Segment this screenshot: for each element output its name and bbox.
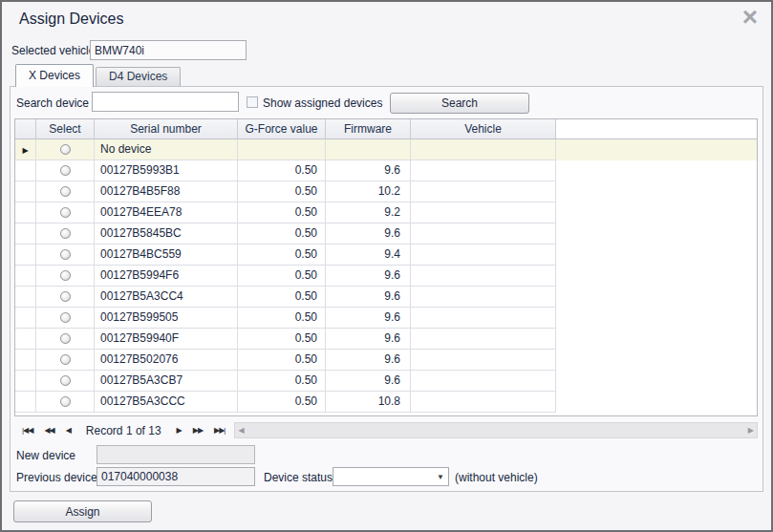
show-assigned-label[interactable]: Show assigned devices <box>263 96 382 110</box>
previous-device-field <box>97 467 255 486</box>
header-indicator <box>15 119 36 138</box>
search-button[interactable]: Search <box>390 93 529 114</box>
radio-button[interactable] <box>60 144 71 155</box>
table-row[interactable]: 00127B5A3CB70.509.6 <box>15 371 757 392</box>
table-row[interactable]: 00127B5993B10.509.6 <box>15 160 757 181</box>
select-cell[interactable] <box>36 139 95 160</box>
select-cell[interactable] <box>36 371 95 392</box>
select-cell[interactable] <box>36 266 95 287</box>
filler-cell <box>556 371 757 392</box>
search-input[interactable] <box>92 92 239 112</box>
firmware-cell: 10.2 <box>326 181 411 202</box>
prev-page-button[interactable]: ◀◀ <box>38 426 59 435</box>
radio-button[interactable] <box>60 354 71 365</box>
radio-button[interactable] <box>60 186 71 197</box>
firmware-cell: 9.6 <box>326 329 411 350</box>
table-row[interactable]: 00127B5995050.509.6 <box>15 308 757 329</box>
radio-button[interactable] <box>60 165 71 176</box>
row-indicator <box>15 223 36 245</box>
horizontal-scrollbar[interactable]: ◀ ▶ <box>234 422 758 438</box>
table-row[interactable]: 00127B5020760.509.6 <box>15 350 757 371</box>
device-status-dropdown[interactable]: ▼ <box>333 467 449 486</box>
table-row[interactable]: 00127B5A3CC40.509.6 <box>15 287 757 308</box>
select-cell[interactable] <box>36 223 95 245</box>
tab-x-devices[interactable]: X Devices <box>15 64 94 87</box>
gforce-cell: 0.50 <box>238 266 326 287</box>
table-row[interactable]: 00127B4EEA780.509.2 <box>15 202 757 223</box>
chevron-down-icon[interactable]: ▼ <box>433 473 448 481</box>
header-serial-number[interactable]: Serial number <box>95 119 238 138</box>
first-record-button[interactable]: |◀◀ <box>14 426 38 435</box>
radio-button[interactable] <box>60 207 71 218</box>
select-cell[interactable] <box>36 160 95 181</box>
vehicle-cell <box>411 245 556 266</box>
selected-vehicle-field[interactable] <box>90 40 247 60</box>
vehicle-cell <box>411 181 556 202</box>
serial-number-cell: 00127B599505 <box>95 308 238 329</box>
radio-button[interactable] <box>60 333 71 344</box>
radio-button[interactable] <box>60 249 71 260</box>
firmware-cell: 9.6 <box>326 223 411 245</box>
vehicle-cell <box>411 308 556 329</box>
firmware-cell: 9.6 <box>326 266 411 287</box>
vehicle-cell <box>411 392 556 413</box>
row-indicator <box>15 245 36 266</box>
prev-record-button[interactable]: ◀ <box>60 426 76 435</box>
select-cell[interactable] <box>36 202 95 223</box>
select-cell[interactable] <box>36 308 95 329</box>
vehicle-cell <box>411 139 556 160</box>
radio-button[interactable] <box>60 228 71 239</box>
table-row[interactable]: 00127B4B5F880.5010.2 <box>15 181 757 202</box>
table-row[interactable]: 00127B59940F0.509.6 <box>15 329 757 350</box>
vehicle-cell <box>411 350 556 371</box>
page-title: Assign Devices <box>19 11 123 28</box>
filler-cell <box>556 392 757 413</box>
vehicle-cell <box>411 287 556 308</box>
header-vehicle[interactable]: Vehicle <box>411 119 556 138</box>
table-row[interactable]: 00127B4BC5590.509.4 <box>15 245 757 266</box>
table-row[interactable]: 00127B5A3CCC0.5010.8 <box>15 392 757 413</box>
table-row[interactable]: 00127B5994F60.509.6 <box>15 266 757 287</box>
header-firmware[interactable]: Firmware <box>326 119 411 138</box>
vehicle-cell <box>411 266 556 287</box>
last-record-button[interactable]: ▶▶| <box>208 426 230 435</box>
select-cell[interactable] <box>36 287 95 308</box>
select-cell[interactable] <box>36 245 95 266</box>
next-record-button[interactable]: ▶ <box>171 426 187 435</box>
previous-device-label: Previous device <box>16 471 97 484</box>
radio-button[interactable] <box>60 291 71 302</box>
assign-button[interactable]: Assign <box>13 500 152 522</box>
select-cell[interactable] <box>36 329 95 350</box>
firmware-cell: 9.2 <box>326 202 411 223</box>
firmware-cell: 9.6 <box>326 160 411 181</box>
row-indicator <box>15 202 36 223</box>
table-row[interactable]: ▶No device <box>15 139 757 160</box>
serial-number-cell: 00127B502076 <box>95 350 238 371</box>
select-cell[interactable] <box>36 181 95 202</box>
tab-d4-devices[interactable]: D4 Devices <box>96 67 181 87</box>
show-assigned-checkbox[interactable] <box>247 96 258 108</box>
row-indicator <box>15 266 36 287</box>
radio-button[interactable] <box>60 396 71 407</box>
header-gforce[interactable]: G-Force value <box>238 119 326 138</box>
assign-devices-dialog: Assign Devices × Selected vehicle X Devi… <box>0 0 773 532</box>
radio-button[interactable] <box>60 312 71 323</box>
filler-cell <box>556 160 757 181</box>
vehicle-cell <box>411 371 556 392</box>
serial-number-cell: 00127B5A3CB7 <box>95 371 238 392</box>
scroll-right-icon[interactable]: ▶ <box>748 426 754 435</box>
table-row[interactable]: 00127B5845BC0.509.6 <box>15 223 757 245</box>
row-indicator <box>15 160 36 181</box>
select-cell[interactable] <box>36 350 95 371</box>
radio-button[interactable] <box>60 270 71 281</box>
radio-button[interactable] <box>60 375 71 386</box>
scroll-left-icon[interactable]: ◀ <box>238 426 244 435</box>
serial-number-cell: 00127B5994F6 <box>95 266 238 287</box>
serial-number-cell: 00127B5845BC <box>95 223 238 245</box>
row-indicator <box>15 329 36 350</box>
select-cell[interactable] <box>36 392 95 413</box>
gforce-cell: 0.50 <box>238 245 326 266</box>
close-icon[interactable]: × <box>742 4 758 31</box>
next-page-button[interactable]: ▶▶ <box>187 426 208 435</box>
header-select[interactable]: Select <box>36 119 95 138</box>
